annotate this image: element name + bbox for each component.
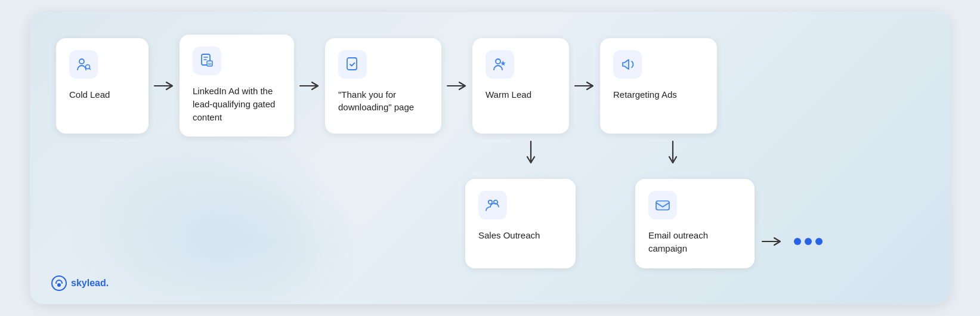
svg-line-2	[89, 68, 91, 69]
card-warm-lead: Warm Lead	[472, 38, 569, 134]
svg-point-8	[489, 200, 492, 204]
arrow-2	[294, 80, 325, 92]
arrow-4	[569, 80, 600, 92]
card-thank-you: "Thank you for downloading" page	[325, 38, 441, 134]
card-warm-lead-label: Warm Lead	[486, 88, 531, 101]
svg-point-12	[57, 283, 61, 287]
card-linkedin-ad: in LinkedIn Ad with the lead-qualifying …	[180, 35, 294, 137]
dot-2	[805, 238, 812, 245]
svg-point-0	[79, 59, 84, 64]
card-linkedin-label: LinkedIn Ad with the lead-qualifying gat…	[193, 85, 281, 123]
arrow-5	[757, 236, 787, 247]
card-icon-linkedin: in	[193, 47, 221, 75]
card-icon-retargeting	[613, 50, 642, 79]
card-thank-you-label: "Thank you for downloading" page	[338, 88, 428, 114]
skylead-logo: skylead.	[51, 275, 109, 291]
svg-text:in: in	[208, 62, 212, 66]
card-icon-email	[648, 191, 677, 219]
card-icon-cold-lead	[69, 50, 98, 79]
card-retargeting-ads: Retargeting Ads	[600, 38, 717, 134]
arrow-3	[441, 80, 472, 92]
svg-rect-6	[347, 58, 357, 70]
card-retargeting-label: Retargeting Ads	[613, 88, 677, 101]
card-email-campaign: Email outreach campaign	[635, 179, 755, 268]
card-sales-outreach-label: Sales Outreach	[478, 229, 540, 242]
dot-1	[794, 238, 801, 245]
card-icon-warm-lead	[486, 50, 514, 79]
card-cold-lead-label: Cold Lead	[69, 88, 110, 101]
card-email-campaign-label: Email outreach campaign	[648, 229, 741, 255]
arrow-1	[149, 80, 180, 92]
card-sales-outreach: Sales Outreach	[465, 179, 576, 268]
down-arrow-retargeting	[667, 140, 679, 166]
main-canvas: Cold Lead in LinkedIn Ad with the lead-q…	[30, 12, 950, 304]
more-dots	[794, 238, 823, 245]
logo-text: skylead.	[71, 278, 109, 289]
dot-3	[815, 238, 823, 245]
card-icon-sales	[478, 191, 507, 219]
svg-point-7	[496, 59, 500, 64]
down-arrow-warm-lead	[525, 140, 537, 166]
svg-rect-10	[656, 201, 669, 210]
card-icon-thank-you	[338, 50, 367, 79]
card-cold-lead: Cold Lead	[56, 38, 149, 134]
